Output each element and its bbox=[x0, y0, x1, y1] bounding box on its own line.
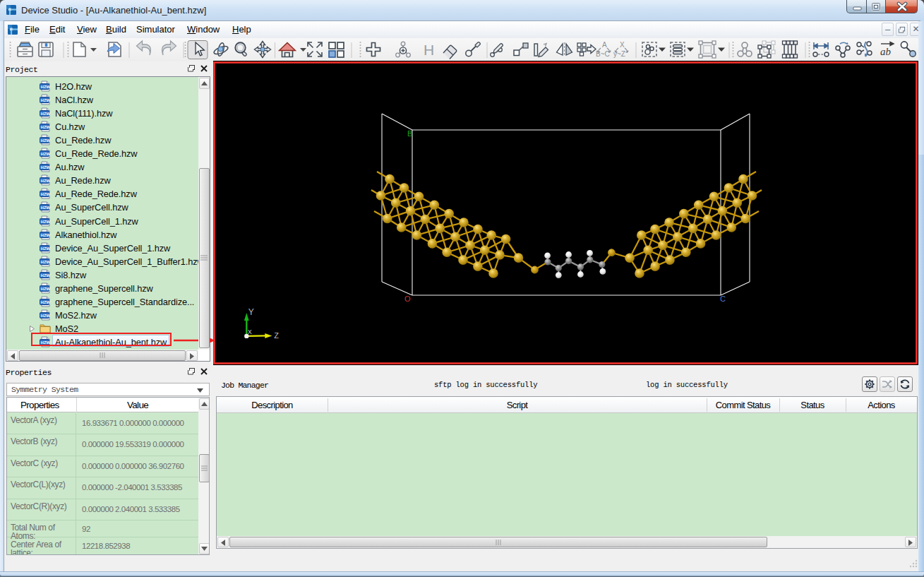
svg-text:Z: Z bbox=[274, 331, 279, 340]
svg-text:HZW: HZW bbox=[41, 206, 51, 210]
svg-text:O: O bbox=[404, 295, 411, 303]
svg-text:HZW: HZW bbox=[41, 273, 51, 278]
svg-text:H: H bbox=[424, 42, 434, 58]
svg-text:B: B bbox=[407, 129, 412, 138]
svg-text:HZW: HZW bbox=[41, 246, 51, 251]
svg-text:C: C bbox=[720, 295, 726, 303]
svg-text:HZW: HZW bbox=[41, 138, 51, 143]
svg-text:ab: ab bbox=[880, 46, 892, 57]
svg-text:HZW: HZW bbox=[41, 125, 51, 129]
svg-text:HZW: HZW bbox=[41, 152, 51, 156]
svg-text:A: A bbox=[602, 41, 607, 49]
svg-text:HZW: HZW bbox=[41, 300, 51, 304]
svg-text:HZW: HZW bbox=[41, 233, 51, 237]
svg-text:X: X bbox=[620, 41, 625, 49]
svg-text:HZW: HZW bbox=[41, 85, 51, 89]
svg-text:y~Z: y~Z bbox=[613, 50, 625, 58]
svg-text:HZW: HZW bbox=[41, 192, 51, 196]
svg-text:HZW: HZW bbox=[41, 98, 51, 102]
svg-text:HZW: HZW bbox=[41, 220, 51, 224]
svg-text:B~C: B~C bbox=[596, 50, 610, 58]
svg-text:X: X bbox=[248, 328, 252, 335]
svg-text:Y: Y bbox=[248, 307, 254, 317]
svg-text:HZW: HZW bbox=[41, 112, 51, 116]
svg-text:HZW: HZW bbox=[41, 287, 51, 291]
svg-text:HZW: HZW bbox=[41, 165, 51, 169]
svg-text:HZW: HZW bbox=[41, 314, 51, 318]
svg-text:HZW: HZW bbox=[41, 179, 51, 183]
svg-text:HZW: HZW bbox=[41, 260, 51, 264]
